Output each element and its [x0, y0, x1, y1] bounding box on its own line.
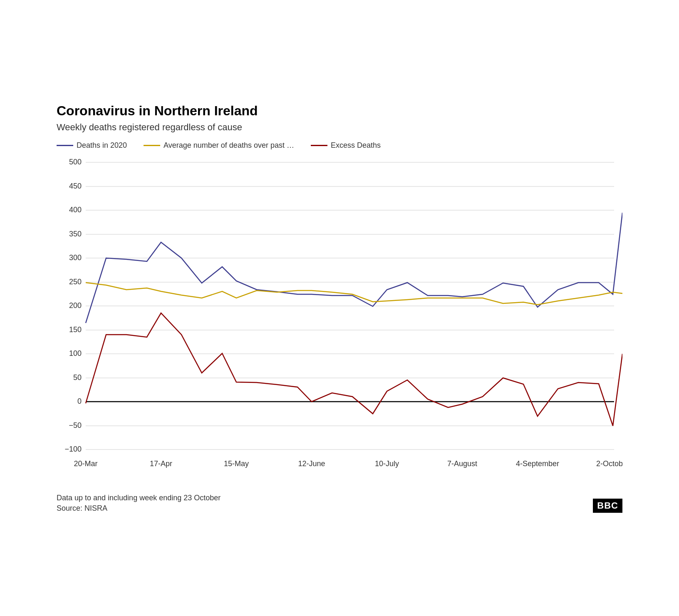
chart-subtitle: Weekly deaths registered regardless of c… — [57, 122, 622, 133]
ylabel-250: 250 — [69, 278, 82, 286]
legend-label-excess: Excess Deaths — [331, 141, 381, 150]
xlabel-20mar: 20-Mar — [74, 460, 97, 468]
xlabel-2oct: 2-October — [596, 460, 622, 468]
legend-line-deaths2020 — [57, 145, 73, 146]
legend-label-deaths2020: Deaths in 2020 — [77, 141, 127, 150]
xlabel-15may: 15-May — [224, 460, 249, 468]
footer-source: Source: NISRA — [57, 504, 221, 513]
ylabel-450: 450 — [69, 182, 82, 190]
xlabel-17apr: 17-Apr — [150, 460, 172, 468]
xlabel-7aug: 7-August — [447, 460, 477, 468]
chart-title: Coronavirus in Northern Ireland — [57, 103, 622, 119]
legend-line-average — [144, 145, 160, 146]
chart-legend: Deaths in 2020 Average number of deaths … — [57, 141, 622, 150]
ylabel-m50: −50 — [69, 421, 82, 430]
ylabel-m100: −100 — [64, 445, 82, 453]
xlabel-10july: 10-July — [375, 460, 399, 468]
ylabel-350: 350 — [69, 230, 82, 238]
chart-area: 500 450 400 350 300 250 200 150 — [57, 158, 622, 483]
ylabel-150: 150 — [69, 325, 82, 334]
ylabel-50: 50 — [73, 373, 82, 382]
footer-note: Data up to and including week ending 23 … — [57, 494, 221, 502]
footer: Data up to and including week ending 23 … — [57, 487, 622, 513]
xlabel-12june: 12-June — [298, 460, 325, 468]
legend-item-excess: Excess Deaths — [311, 141, 381, 150]
ylabel-500: 500 — [69, 158, 82, 166]
line-average — [86, 283, 622, 305]
ylabel-0: 0 — [77, 397, 82, 405]
chart-svg: 500 450 400 350 300 250 200 150 — [57, 158, 622, 483]
legend-line-excess — [311, 145, 327, 146]
line-deaths2020 — [86, 213, 622, 323]
legend-item-average: Average number of deaths over past … — [144, 141, 294, 150]
ylabel-300: 300 — [69, 253, 82, 262]
chart-container: Coronavirus in Northern Ireland Weekly d… — [48, 87, 631, 529]
ylabel-200: 200 — [69, 301, 82, 310]
ylabel-400: 400 — [69, 206, 82, 214]
ylabel-100: 100 — [69, 349, 82, 358]
bbc-logo: BBC — [593, 499, 622, 513]
footer-left: Data up to and including week ending 23 … — [57, 487, 221, 513]
xlabel-4sep: 4-September — [516, 460, 559, 468]
legend-item-deaths2020: Deaths in 2020 — [57, 141, 127, 150]
legend-label-average: Average number of deaths over past … — [164, 141, 294, 150]
